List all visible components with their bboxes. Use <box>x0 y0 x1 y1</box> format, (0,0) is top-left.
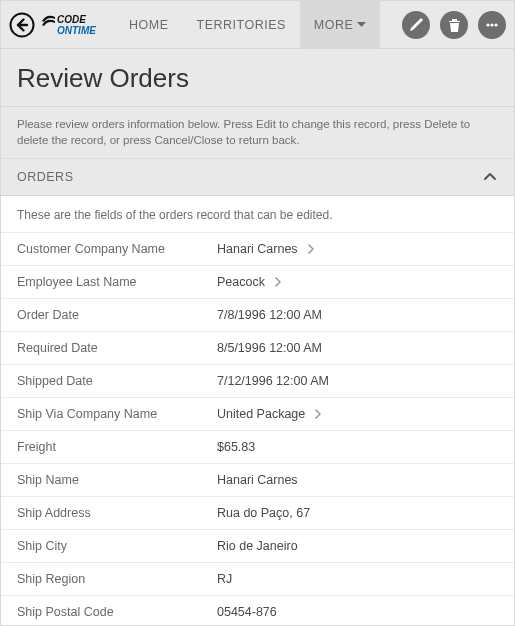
field-label: Order Date <box>17 308 217 322</box>
field-row: Required Date8/5/1996 12:00 AM <box>1 332 514 365</box>
field-value-text: Hanari Carnes <box>217 473 298 487</box>
fields-list: Customer Company NameHanari CarnesEmploy… <box>1 233 514 626</box>
chevron-up-icon <box>482 169 498 185</box>
code-ontime-logo-icon: CODE ONTIME <box>41 11 103 39</box>
field-value-text: Hanari Carnes <box>217 242 298 256</box>
delete-button[interactable] <box>440 11 468 39</box>
chevron-right-icon <box>313 409 323 419</box>
field-row[interactable]: Customer Company NameHanari Carnes <box>1 233 514 266</box>
field-value[interactable]: United Package <box>217 407 323 421</box>
field-row: Shipped Date7/12/1996 12:00 AM <box>1 365 514 398</box>
field-value[interactable]: Hanari Carnes <box>217 242 316 256</box>
field-value-text: Rua do Paço, 67 <box>217 506 310 520</box>
nav-item-label: MORE <box>314 18 354 32</box>
field-label: Shipped Date <box>17 374 217 388</box>
field-value-text: $65.83 <box>217 440 255 454</box>
field-label: Ship Address <box>17 506 217 520</box>
top-bar: CODE ONTIME HOMETERRITORIESMORE <box>1 1 514 49</box>
field-value: Rio de Janeiro <box>217 539 298 553</box>
field-value: 7/12/1996 12:00 AM <box>217 374 329 388</box>
edit-button[interactable] <box>402 11 430 39</box>
field-value-text: Peacock <box>217 275 265 289</box>
field-row[interactable]: Ship Via Company NameUnited Package <box>1 398 514 431</box>
field-value: Rua do Paço, 67 <box>217 506 310 520</box>
field-value-text: 7/12/1996 12:00 AM <box>217 374 329 388</box>
field-label: Customer Company Name <box>17 242 217 256</box>
nav-item-territories[interactable]: TERRITORIES <box>183 1 300 49</box>
svg-point-5 <box>494 23 497 26</box>
field-label: Ship Region <box>17 572 217 586</box>
field-row[interactable]: Employee Last NamePeacock <box>1 266 514 299</box>
section-title: ORDERS <box>17 170 73 184</box>
page-info: Please review orders information below. … <box>1 107 514 159</box>
field-value: 7/8/1996 12:00 AM <box>217 308 322 322</box>
field-value: Hanari Carnes <box>217 473 298 487</box>
svg-text:CODE: CODE <box>57 14 86 25</box>
field-row: Freight$65.83 <box>1 431 514 464</box>
field-row: Ship AddressRua do Paço, 67 <box>1 497 514 530</box>
field-label: Employee Last Name <box>17 275 217 289</box>
field-value: RJ <box>217 572 232 586</box>
field-label: Ship Name <box>17 473 217 487</box>
caret-down-icon <box>357 20 366 29</box>
svg-text:ONTIME: ONTIME <box>57 25 96 36</box>
field-value-text: United Package <box>217 407 305 421</box>
field-row: Ship RegionRJ <box>1 563 514 596</box>
field-value-text: 05454-876 <box>217 605 277 619</box>
svg-point-4 <box>490 23 493 26</box>
back-button[interactable] <box>5 8 39 42</box>
nav-item-label: HOME <box>129 18 169 32</box>
field-label: Ship City <box>17 539 217 553</box>
field-value: 05454-876 <box>217 605 277 619</box>
field-value-text: Rio de Janeiro <box>217 539 298 553</box>
dots-icon <box>485 18 499 32</box>
nav-item-label: TERRITORIES <box>197 18 286 32</box>
field-label: Freight <box>17 440 217 454</box>
chevron-right-icon <box>306 244 316 254</box>
app-logo: CODE ONTIME <box>41 10 103 40</box>
page-header: Review Orders <box>1 49 514 107</box>
back-arrow-icon <box>9 12 35 38</box>
nav-item-more[interactable]: MORE <box>300 1 381 49</box>
chevron-right-icon <box>273 277 283 287</box>
field-row: Order Date7/8/1996 12:00 AM <box>1 299 514 332</box>
nav-item-home[interactable]: HOME <box>115 1 183 49</box>
field-value-text: RJ <box>217 572 232 586</box>
field-row: Ship CityRio de Janeiro <box>1 530 514 563</box>
field-label: Ship Postal Code <box>17 605 217 619</box>
field-value: $65.83 <box>217 440 255 454</box>
nav-items: HOMETERRITORIESMORE <box>115 1 380 49</box>
page-title: Review Orders <box>17 63 498 94</box>
field-value-text: 8/5/1996 12:00 AM <box>217 341 322 355</box>
field-value[interactable]: Peacock <box>217 275 283 289</box>
field-label: Ship Via Company Name <box>17 407 217 421</box>
pencil-icon <box>409 18 423 32</box>
more-actions-button[interactable] <box>478 11 506 39</box>
field-value: 8/5/1996 12:00 AM <box>217 341 322 355</box>
field-label: Required Date <box>17 341 217 355</box>
section-description: These are the fields of the orders recor… <box>1 196 514 233</box>
trash-icon <box>448 18 461 32</box>
field-row: Ship Postal Code05454-876 <box>1 596 514 626</box>
field-row: Ship NameHanari Carnes <box>1 464 514 497</box>
section-header-orders[interactable]: ORDERS <box>1 159 514 196</box>
svg-point-3 <box>486 23 489 26</box>
field-value-text: 7/8/1996 12:00 AM <box>217 308 322 322</box>
